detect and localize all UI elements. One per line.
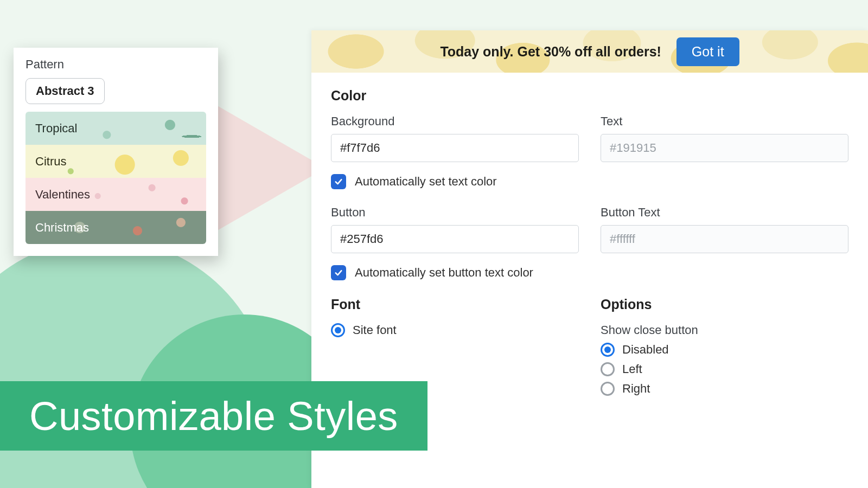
auto-text-color-label: Automatically set text color [355, 175, 497, 189]
radio-icon [331, 323, 345, 337]
text-color-input[interactable] [601, 134, 848, 162]
text-label: Text [601, 114, 848, 129]
font-option-label: Site font [353, 323, 397, 337]
auto-button-text-color-checkbox[interactable] [331, 265, 346, 280]
preview-banner: Today only. Get 30% off all orders! Got … [311, 30, 868, 73]
check-icon [334, 268, 343, 278]
pattern-option-tropical[interactable]: Tropical [25, 112, 206, 145]
close-option-disabled[interactable]: Disabled [601, 343, 848, 357]
close-option-label: Left [622, 362, 642, 376]
pattern-label: Pattern [25, 57, 206, 72]
close-option-label: Right [622, 382, 650, 396]
options-heading: Options [601, 297, 848, 312]
radio-icon [601, 382, 615, 396]
pattern-option-label: Christmas [35, 221, 89, 235]
background-label: Background [331, 114, 579, 129]
button-color-input[interactable] [331, 225, 579, 253]
font-heading: Font [331, 297, 579, 312]
background-color-input[interactable] [331, 134, 579, 162]
banner-got-it-button[interactable]: Got it [676, 37, 739, 66]
check-icon [334, 177, 343, 187]
close-option-label: Disabled [622, 343, 669, 357]
banner-text: Today only. Get 30% off all orders! [440, 44, 661, 60]
pattern-option-valentines[interactable]: Valentines [25, 178, 206, 211]
font-option-site-font[interactable]: Site font [331, 323, 579, 337]
pattern-card: Pattern Abstract 3 Tropical Citrus Valen… [14, 48, 218, 256]
pattern-option-christmas[interactable]: Christmas [25, 211, 206, 244]
pattern-selected-pill[interactable]: Abstract 3 [25, 78, 105, 104]
auto-button-text-color-label: Automatically set button text color [355, 266, 533, 280]
button-text-label: Button Text [601, 206, 848, 220]
pattern-option-label: Tropical [35, 121, 77, 136]
button-color-label: Button [331, 206, 579, 220]
close-option-right[interactable]: Right [601, 382, 848, 396]
pattern-option-citrus[interactable]: Citrus [25, 145, 206, 178]
auto-text-color-checkbox[interactable] [331, 174, 346, 189]
button-text-color-input[interactable] [601, 225, 848, 253]
close-option-left[interactable]: Left [601, 362, 848, 376]
pattern-option-label: Citrus [35, 155, 66, 169]
title-band: Customizable Styles [0, 381, 427, 451]
pattern-option-label: Valentines [35, 188, 90, 202]
radio-icon [601, 343, 615, 357]
overlay-title: Customizable Styles [29, 393, 398, 439]
radio-icon [601, 362, 615, 376]
show-close-label: Show close button [601, 323, 848, 337]
color-heading: Color [331, 88, 848, 104]
